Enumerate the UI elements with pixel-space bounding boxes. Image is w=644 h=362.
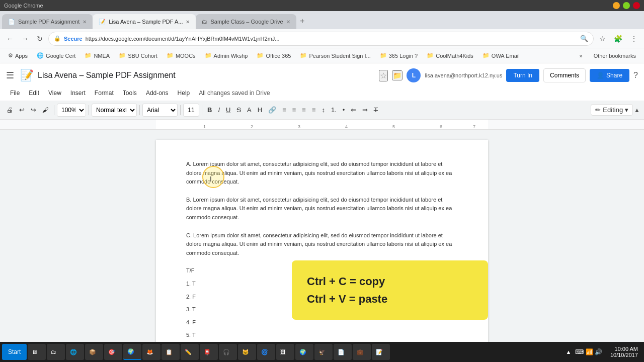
toolbar-sep4 — [180, 105, 181, 115]
taskbar-firefox[interactable]: 🦊 — [142, 344, 160, 360]
taskbar-app2[interactable]: 🌀 — [257, 344, 275, 360]
taskbar-dropbox[interactable]: 📦 — [85, 344, 103, 360]
link-button[interactable]: 🔗 — [266, 104, 279, 116]
menu-tools[interactable]: Tools — [119, 88, 141, 98]
line-spacing-button[interactable]: ↕ — [319, 104, 328, 116]
menu-edit[interactable]: Edit — [25, 88, 43, 98]
other-bookmarks[interactable]: Other bookmarks — [590, 51, 640, 60]
bold-button[interactable]: B — [205, 104, 214, 116]
url-bar[interactable]: 🔒 Secure https://docs.google.com/documen… — [48, 32, 594, 46]
taskbar-explorer[interactable]: 🗂 — [47, 344, 65, 360]
numbered-list-button[interactable]: 1. — [329, 104, 339, 116]
decrease-indent-button[interactable]: ⇐ — [348, 104, 359, 116]
share-button[interactable]: 👤 Share — [590, 69, 629, 82]
increase-indent-button[interactable]: ⇒ — [360, 104, 370, 116]
undo-button[interactable]: ↩ — [17, 104, 27, 116]
bookmark-apps[interactable]: ⚙ Apps — [4, 51, 32, 60]
editing-mode-chevron: ▾ — [625, 106, 628, 114]
menu-format[interactable]: Format — [91, 88, 118, 98]
tab-pdf-assignment[interactable]: 📄 Sample PDF Assignment ✕ — [2, 14, 93, 29]
taskbar-pdf[interactable]: 📋 — [162, 344, 180, 360]
reload-button[interactable]: ↻ — [34, 33, 45, 45]
turn-in-button[interactable]: Turn In — [506, 69, 539, 82]
print-button[interactable]: 🖨 — [4, 104, 16, 116]
menu-file[interactable]: File — [6, 88, 24, 98]
taskbar-word[interactable]: 💼 — [353, 344, 371, 360]
taskbar-screen[interactable]: 🖼 — [276, 344, 294, 360]
taskbar-app1[interactable]: 🎯 — [104, 344, 122, 360]
taskbar-edge[interactable]: 🦅 — [314, 344, 333, 360]
close-button[interactable] — [633, 2, 640, 9]
extensions-button[interactable]: 🧩 — [611, 33, 625, 44]
maximize-button[interactable] — [623, 2, 630, 9]
bookmark-star-button[interactable]: ☆ — [597, 33, 608, 44]
tab3-close[interactable]: ✕ — [286, 19, 290, 25]
bookmark-nmea[interactable]: 📁 NMEA — [80, 51, 114, 60]
menu-addons[interactable]: Add-ons — [142, 88, 173, 98]
text-color-button[interactable]: A — [245, 104, 254, 116]
strikethrough-button[interactable]: S — [234, 104, 244, 116]
hamburger-menu-icon[interactable]: ☰ — [6, 70, 14, 81]
align-right-button[interactable]: ≡ — [299, 104, 308, 116]
tray-up-arrow[interactable]: ▲ — [566, 349, 571, 355]
minimize-button[interactable] — [613, 2, 620, 9]
underline-button[interactable]: U — [223, 104, 233, 116]
tab2-close[interactable]: ✕ — [186, 19, 190, 25]
redo-button[interactable]: ↪ — [28, 104, 39, 116]
bookmark-google-cert[interactable]: 🌐 Google Cert — [33, 51, 79, 60]
align-left-button[interactable]: ≡ — [280, 104, 289, 116]
bookmark-coolmath[interactable]: 📁 CoolMath4Kids — [423, 51, 477, 60]
justify-button[interactable]: ≡ — [309, 104, 318, 116]
menu-view[interactable]: View — [44, 88, 65, 98]
back-button[interactable]: ← — [4, 33, 16, 45]
taskbar-notepad[interactable]: ✏️ — [181, 344, 199, 360]
tab-docs[interactable]: 📝 Lisa Avena – Sample PDF A... ✕ — [93, 14, 196, 29]
bookmark-office365[interactable]: 📁 Office 365 — [253, 51, 295, 60]
tab2-label: Lisa Avena – Sample PDF A... — [109, 19, 183, 25]
taskbar-chrome[interactable]: 🌍 — [123, 344, 141, 360]
zoom-select[interactable]: 100% — [57, 104, 86, 117]
tab-drive[interactable]: 🗂 Sample Class – Google Drive ✕ — [196, 14, 296, 29]
bookmark-owa[interactable]: 📁 OWA Email — [478, 51, 524, 60]
bookmark-moocs[interactable]: 📁 MOOCs — [163, 51, 200, 60]
style-select[interactable]: Normal text — [92, 104, 137, 117]
highlight-button[interactable]: H — [255, 104, 265, 116]
bullet-list-button[interactable]: • — [340, 104, 348, 116]
forward-button[interactable]: → — [19, 33, 31, 45]
star-button[interactable]: ☆ — [379, 70, 388, 81]
taskbar-lorem[interactable]: 📝 — [372, 344, 390, 360]
taskbar-outlook[interactable]: 📮 — [200, 344, 218, 360]
start-button[interactable]: Start — [2, 344, 27, 360]
bookmarks-more-button[interactable]: » — [576, 51, 587, 60]
help-button[interactable]: ? — [633, 71, 638, 80]
bookmark-admin[interactable]: 📁 Admin Wkshp — [201, 51, 252, 60]
menu-help[interactable]: Help — [174, 88, 194, 98]
clear-format-button[interactable]: T̶ — [371, 104, 380, 116]
taskbar-chrome2[interactable]: 🌍 — [295, 344, 313, 360]
italic-button[interactable]: I — [215, 104, 222, 116]
move-to-folder-button[interactable]: 📁 — [392, 70, 403, 80]
font-size-input[interactable] — [183, 104, 199, 117]
tab1-close[interactable]: ✕ — [83, 19, 87, 25]
editing-mode-selector[interactable]: ✏ Editing ▾ — [591, 104, 633, 116]
taskbar-ie[interactable]: 🌐 — [66, 344, 84, 360]
bookmark-pearson[interactable]: 📁 Pearson Student Sign I... — [296, 51, 374, 60]
align-center-button[interactable]: ≡ — [290, 104, 299, 116]
tf-num-3: 3. — [186, 306, 191, 312]
chrome-menu-button[interactable]: ⋮ — [628, 33, 640, 44]
bookmark-365login[interactable]: 📁 365 Login ? — [376, 51, 422, 60]
collapse-toolbar-button[interactable]: ▲ — [634, 107, 640, 114]
taskbar-spotify[interactable]: 🎧 — [219, 344, 237, 360]
font-select[interactable]: Arial — [142, 104, 178, 117]
comments-button[interactable]: Comments — [543, 68, 586, 82]
bookmark-o365-label: Office 365 — [266, 53, 291, 59]
tray-icons: ⌨ 📶 🔊 — [575, 348, 602, 355]
taskbar-pdf2[interactable]: 📄 — [334, 344, 352, 360]
taskbar-github[interactable]: 🐱 — [238, 344, 256, 360]
paint-format-button[interactable]: 🖌 — [40, 104, 51, 116]
new-tab-button[interactable]: + — [296, 15, 308, 27]
menu-insert[interactable]: Insert — [66, 88, 90, 98]
bookmark-sbu[interactable]: 📁 SBU Cohort — [115, 51, 162, 60]
doc-area[interactable]: I A. Lorem ipsum dolor sit amet, consect… — [0, 130, 644, 354]
taskbar-desktop[interactable]: 🖥 — [28, 344, 46, 360]
